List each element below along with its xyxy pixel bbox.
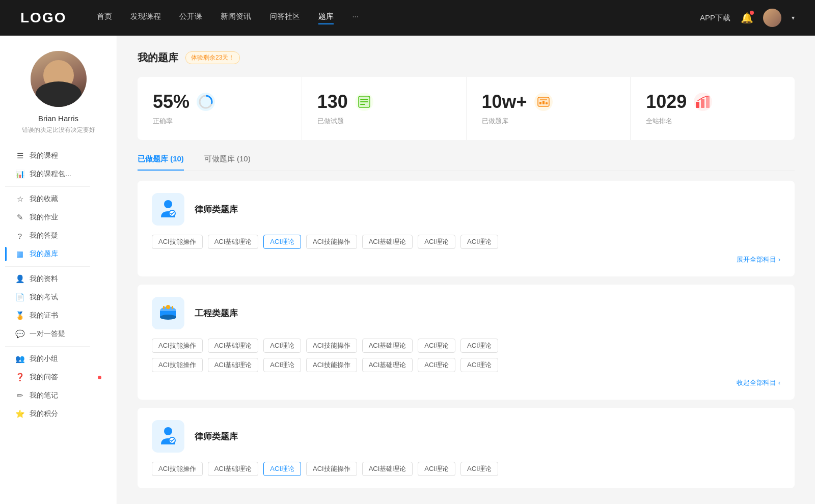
sidebar-divider-1	[5, 186, 90, 187]
eng-tag-7[interactable]: ACI理论	[460, 339, 498, 353]
law2-tag-1[interactable]: ACI技能操作	[152, 462, 203, 476]
sidebar-divider-3	[5, 346, 90, 347]
tag-5[interactable]: ACI基础理论	[362, 235, 413, 249]
chevron-down-icon[interactable]: ▾	[792, 14, 795, 21]
sidebar-item-favorites[interactable]: ☆ 我的收藏	[5, 190, 112, 208]
law2-tag-4[interactable]: ACI技能操作	[306, 462, 357, 476]
stat-ranking-icon	[694, 93, 712, 111]
nav-opencourse[interactable]: 公开课	[179, 12, 202, 24]
page-wrapper: Brian Harris 错误的决定比没有决定要好 ☰ 我的课程 📊 我的课程包…	[0, 0, 815, 504]
main-content: 我的题库 体验剩余23天！ 55% 正确率	[117, 36, 815, 504]
sidebar-avatar	[31, 51, 87, 107]
favorites-icon: ☆	[15, 194, 24, 204]
bank-card-lawyer-1: 律师类题库 ACI技能操作 ACI基础理论 ACI理论 ACI技能操作 ACI基…	[138, 181, 795, 276]
eng-tag-14[interactable]: ACI理论	[460, 358, 498, 372]
stat-accuracy-top: 55%	[153, 91, 286, 113]
law2-tag-6[interactable]: ACI理论	[418, 462, 455, 476]
law2-tag-3[interactable]: ACI理论	[263, 462, 301, 476]
law2-tag-5[interactable]: ACI基础理论	[362, 462, 413, 476]
sidebar-item-tutoring[interactable]: 💬 一对一答疑	[5, 325, 112, 343]
avatar[interactable]	[763, 9, 781, 27]
eng-tag-1[interactable]: ACI技能操作	[152, 339, 203, 353]
stat-done-banks-label: 已做题库	[482, 117, 615, 126]
notification-bell[interactable]: 🔔	[741, 12, 753, 24]
sidebar-item-questions[interactable]: ? 我的答疑	[5, 227, 112, 245]
profile-icon: 👤	[15, 274, 24, 284]
coursepackage-icon: 📊	[15, 170, 24, 179]
tab-done-banks[interactable]: 已做题库 (10)	[138, 154, 184, 170]
svg-rect-11	[542, 101, 545, 104]
eng-tag-13[interactable]: ACI理论	[418, 358, 455, 372]
points-icon: ⭐	[15, 409, 24, 418]
bank-engineer-title: 工程类题库	[195, 307, 238, 319]
navbar: LOGO 首页 发现课程 公开课 新闻资讯 问答社区 题库 ··· APP下载 …	[0, 0, 815, 36]
stat-done-banks-value: 10w+	[482, 91, 527, 113]
myanswers-icon: ❓	[15, 373, 24, 382]
sidebar-item-coursepackage[interactable]: 📊 我的课程包...	[5, 165, 112, 183]
eng-tag-12[interactable]: ACI基础理论	[362, 358, 413, 372]
svg-point-17	[164, 200, 172, 208]
sidebar-item-points[interactable]: ⭐ 我的积分	[5, 405, 112, 423]
tag-3[interactable]: ACI理论	[263, 235, 301, 249]
eng-tag-2[interactable]: ACI基础理论	[208, 339, 259, 353]
bank-engineer-tags-row1: ACI技能操作 ACI基础理论 ACI理论 ACI技能操作 ACI基础理论 AC…	[152, 339, 780, 353]
answer-notification-dot	[98, 376, 101, 379]
avatar-image	[763, 9, 781, 27]
stats-row: 55% 正确率 130	[138, 77, 795, 140]
svg-rect-10	[539, 102, 541, 104]
nav-news[interactable]: 新闻资讯	[221, 12, 251, 24]
nav-discover[interactable]: 发现课程	[130, 12, 161, 24]
engineer-icon	[152, 297, 184, 329]
collapse-button-engineer[interactable]: 收起全部科目	[737, 378, 780, 387]
user-motto: 错误的决定比没有决定要好	[12, 126, 105, 134]
nav-home[interactable]: 首页	[97, 12, 112, 24]
myanswers-label: 我的问答	[30, 373, 93, 382]
stat-accuracy-value: 55%	[153, 91, 189, 113]
lawyer-icon-2	[152, 420, 184, 453]
expand-button-1[interactable]: 展开全部科目	[737, 255, 780, 264]
sidebar-item-courses[interactable]: ☰ 我的课程	[5, 147, 112, 165]
group-label: 我的小组	[30, 354, 101, 363]
sidebar-item-homework[interactable]: ✎ 我的作业	[5, 208, 112, 227]
logo[interactable]: LOGO	[20, 10, 66, 26]
eng-tag-10[interactable]: ACI理论	[263, 358, 301, 372]
tab-available-banks[interactable]: 可做题库 (10)	[204, 154, 251, 170]
eng-tag-11[interactable]: ACI技能操作	[306, 358, 357, 372]
sidebar-item-group[interactable]: 👥 我的小组	[5, 350, 112, 368]
tag-2[interactable]: ACI基础理论	[208, 235, 259, 249]
sidebar-item-notes[interactable]: ✏ 我的笔记	[5, 386, 112, 405]
svg-rect-13	[696, 102, 699, 108]
eng-tag-6[interactable]: ACI理论	[418, 339, 455, 353]
nav-questionbank[interactable]: 题库	[318, 12, 334, 24]
trial-badge: 体验剩余23天！	[185, 51, 240, 64]
law2-tag-7[interactable]: ACI理论	[460, 462, 498, 476]
eng-tag-5[interactable]: ACI基础理论	[362, 339, 413, 353]
law2-tag-2[interactable]: ACI基础理论	[208, 462, 259, 476]
tag-6[interactable]: ACI理论	[418, 235, 455, 249]
sidebar-avatar-image	[31, 51, 87, 107]
tag-7[interactable]: ACI理论	[460, 235, 498, 249]
user-name: Brian Harris	[38, 114, 78, 123]
nav-more[interactable]: ···	[352, 12, 359, 24]
stat-done-banks: 10w+ 已做题库	[467, 77, 631, 140]
eng-tag-9[interactable]: ACI基础理论	[208, 358, 259, 372]
stat-done-questions-value: 130	[317, 91, 348, 113]
tag-4[interactable]: ACI技能操作	[306, 235, 357, 249]
sidebar-item-exam[interactable]: 📄 我的考试	[5, 288, 112, 306]
sidebar-item-questionbank[interactable]: ▦ 我的题库	[5, 245, 112, 263]
nav-qa[interactable]: 问答社区	[269, 12, 300, 24]
tag-1[interactable]: ACI技能操作	[152, 235, 203, 249]
bank-card-lawyer-1-header: 律师类题库	[152, 193, 780, 226]
eng-tag-3[interactable]: ACI理论	[263, 339, 301, 353]
sidebar-item-profile[interactable]: 👤 我的资料	[5, 270, 112, 288]
page-title: 我的题库	[138, 51, 178, 65]
sidebar-item-certificate[interactable]: 🏅 我的证书	[5, 306, 112, 325]
stat-done-banks-icon	[534, 93, 553, 111]
sidebar-item-myanswers[interactable]: ❓ 我的问答	[5, 368, 112, 386]
homework-icon: ✎	[15, 213, 24, 222]
eng-tag-8[interactable]: ACI技能操作	[152, 358, 203, 372]
stat-ranking-top: 1029	[646, 91, 779, 113]
app-download-link[interactable]: APP下载	[700, 13, 730, 23]
eng-tag-4[interactable]: ACI技能操作	[306, 339, 357, 353]
courses-icon: ☰	[15, 151, 24, 160]
